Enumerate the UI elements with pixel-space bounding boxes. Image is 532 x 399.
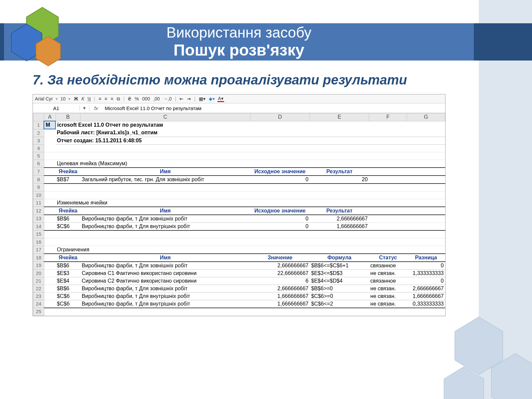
cell <box>369 238 407 246</box>
cell: $C$6 <box>56 292 80 300</box>
cell: не связан. <box>369 300 407 308</box>
cell <box>407 176 445 184</box>
cell <box>407 308 445 316</box>
cell <box>250 230 310 238</box>
cell <box>44 137 56 144</box>
cell <box>56 230 80 238</box>
excel-screenshot: Arial Cyr ▾ 10 ▾ Ж К Ч | ≡ ≡ ≡ ⧉ | ₴ % 0… <box>33 94 446 316</box>
cell: 0 <box>250 215 310 223</box>
cell: не связан. <box>369 269 407 277</box>
cell <box>80 308 250 316</box>
cell: 1,666666667 <box>310 222 369 230</box>
cell: Имя <box>80 207 250 215</box>
table-row: 12ЯчейкаИмяИсходное значениеРезультат <box>33 207 445 215</box>
col-header: C <box>80 113 250 121</box>
cell <box>369 215 407 223</box>
cell <box>44 254 56 262</box>
cell: 2,666666667 <box>407 285 445 292</box>
row-header: 23 <box>33 292 44 300</box>
align-center-icon: ≡ <box>104 96 108 101</box>
italic-icon: К <box>81 96 85 101</box>
sep-icon: | <box>174 96 177 101</box>
table-row: 10 <box>33 191 445 199</box>
cell: $E$4 <box>56 277 80 285</box>
cell: $C$6>=0 <box>310 292 369 300</box>
cell <box>80 144 250 152</box>
row-header: 5 <box>33 152 44 160</box>
currency-icon: ₴ <box>127 96 132 101</box>
cell <box>44 184 56 192</box>
table-row: 8$B$7Загальний прибуток, тис. грн. Для з… <box>33 176 445 184</box>
col-header: E <box>310 113 369 121</box>
cell <box>44 292 56 300</box>
cell <box>310 144 369 152</box>
cell <box>407 152 445 160</box>
font-color-icon: A▾ <box>217 96 224 102</box>
cell <box>44 176 56 184</box>
cell <box>369 230 407 238</box>
cell: 0 <box>250 176 310 184</box>
row-header: 17 <box>33 246 44 254</box>
cell: $E$3<=$D$3 <box>310 269 369 277</box>
row-header: 3 <box>33 137 44 144</box>
cell: $B$6<=$C$6+1 <box>310 262 369 270</box>
cell: Исходное значение <box>250 168 310 176</box>
slide-title-line2: Пошук розв'язку <box>174 42 304 59</box>
table-row: 5 <box>33 152 445 160</box>
cell: 1,333333333 <box>407 269 445 277</box>
cell: $E$3 <box>56 269 80 277</box>
cell <box>250 191 310 199</box>
cell: Целевая ячейка (Максимум) <box>56 160 445 168</box>
cell: Ячейка <box>56 207 80 215</box>
table-row: 23$C$6Виробництво фарби, т Для внутрішні… <box>33 292 445 300</box>
hexagon-orange-icon <box>35 36 62 66</box>
cell <box>56 238 80 246</box>
cell: не связан. <box>369 292 407 300</box>
row-header: 14 <box>33 222 44 230</box>
cell <box>44 262 56 270</box>
cell: 22,66666667 <box>250 269 310 277</box>
cell <box>369 168 407 176</box>
cell <box>407 184 445 192</box>
cell: Результат <box>310 207 369 215</box>
cell: Виробництво фарби, т Для зовнішніх робіт <box>80 285 250 292</box>
cell <box>369 144 407 152</box>
row-header: 10 <box>33 191 44 199</box>
table-row: 9 <box>33 184 445 192</box>
cell: Ограничения <box>56 246 445 254</box>
table-row: 13$B$6Виробництво фарби, т Для зовнішніх… <box>33 215 445 223</box>
cell <box>56 144 80 152</box>
formula-bar: A1 ▾ fx Microsoft Excel 11.0 Отчет по ре… <box>33 103 445 113</box>
cell <box>44 215 56 223</box>
row-header: 13 <box>33 215 44 223</box>
sep-icon: | <box>93 96 96 101</box>
font-size: 10 <box>61 96 66 101</box>
cell: связанное <box>369 277 407 285</box>
cell: Отчет создан: 15.11.2011 6:48:05 <box>56 137 445 144</box>
row-header: 25 <box>33 308 44 316</box>
cell <box>44 207 56 215</box>
col-header: A <box>44 113 56 121</box>
cell <box>80 238 250 246</box>
table-row: 15 <box>33 230 445 238</box>
cell <box>44 160 56 168</box>
slide: Використання засобу Пошук розв'язку 7. З… <box>0 0 532 399</box>
cell: Имя <box>80 168 250 176</box>
cell <box>80 191 250 199</box>
cell <box>44 152 56 160</box>
col-header: G <box>407 113 445 121</box>
cell: 20 <box>310 176 369 184</box>
table-row: 21$E$4Сировина С2 Фактично використано с… <box>33 277 445 285</box>
table-row: 11Изменяемые ячейки <box>33 199 445 207</box>
selected-cell: M <box>44 121 56 129</box>
row-header: 6 <box>33 160 44 168</box>
underline-icon: Ч <box>87 96 91 101</box>
fill-color-icon: ◆▾ <box>208 96 215 101</box>
cell <box>310 308 369 316</box>
row-header: 2 <box>33 129 44 137</box>
cell <box>407 168 445 176</box>
svg-marker-5 <box>444 367 484 399</box>
cell: Ячейка <box>56 254 80 262</box>
row-header: 12 <box>33 207 44 215</box>
cell: Значение <box>250 254 310 262</box>
